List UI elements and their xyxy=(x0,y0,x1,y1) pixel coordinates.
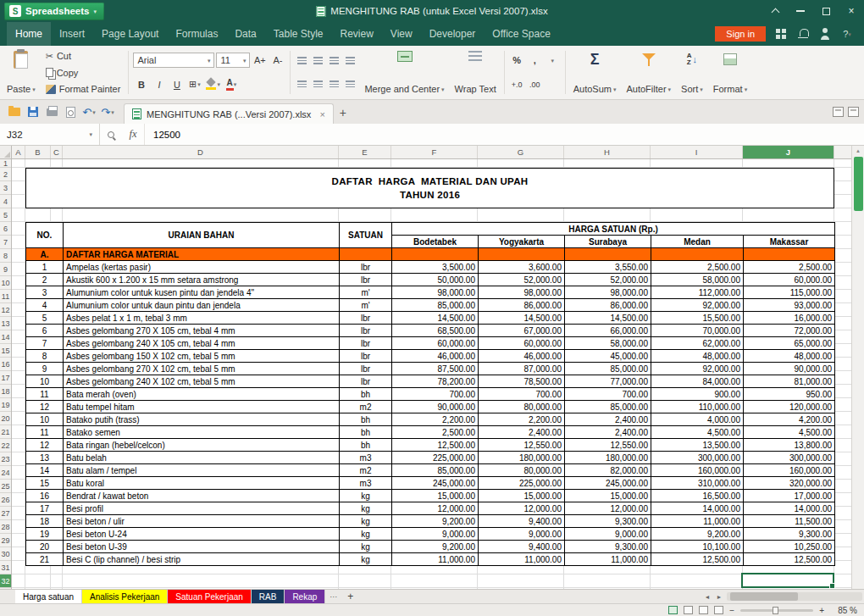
cell-price-medan[interactable]: 310,000.00 xyxy=(651,477,744,490)
indent-button[interactable] xyxy=(343,79,357,91)
cell-satuan[interactable]: lbr xyxy=(340,325,392,337)
menu-tab-home[interactable]: Home xyxy=(7,22,51,46)
sign-in-button[interactable]: Sign in xyxy=(715,26,766,42)
decrease-decimal-button[interactable]: .00 xyxy=(527,77,543,92)
font-name-select[interactable]: Arial▾ xyxy=(133,53,214,68)
row-header-26[interactable]: 26 xyxy=(0,493,11,507)
row-header-7[interactable]: 7 xyxy=(0,236,11,249)
wrap-text-button[interactable]: Wrap Text xyxy=(451,48,500,97)
header-no[interactable]: NO. xyxy=(26,223,64,248)
cell-uraian[interactable]: Asbes gelombang 240 X 105 cm, tebal 4 mm xyxy=(64,337,340,350)
new-document-tab-button[interactable]: + xyxy=(334,103,352,122)
row-header-9[interactable]: 9 xyxy=(0,263,11,276)
cell-price-bodetabek[interactable]: 225,000.00 xyxy=(392,452,479,464)
cell-price-surabaya[interactable]: 180,000.00 xyxy=(565,452,651,464)
row-header-13[interactable]: 13 xyxy=(0,317,11,330)
cell-no[interactable]: 12 xyxy=(26,439,64,452)
cell-price-surabaya[interactable]: 86,000.00 xyxy=(565,299,651,312)
cell-price-yogyakarta[interactable]: 700.00 xyxy=(479,388,565,401)
cell-uraian[interactable]: Asbes gelombang 270 X 105 cm, tebal 4 mm xyxy=(64,325,340,337)
cell-price-surabaya[interactable]: 12,550.00 xyxy=(565,439,651,452)
cell-satuan[interactable]: lbr xyxy=(340,274,392,286)
cell-no[interactable]: 15 xyxy=(26,477,64,490)
cell-no[interactable]: 10 xyxy=(26,413,64,426)
cell-price-makassar[interactable]: 11,500.00 xyxy=(744,515,835,528)
cell-price-bodetabek[interactable]: 85,000.00 xyxy=(392,299,479,312)
cell-price-surabaya[interactable]: 98,000.00 xyxy=(565,286,651,299)
cell-no[interactable]: 8 xyxy=(26,350,64,363)
cell-satuan[interactable]: kg xyxy=(340,541,392,553)
row-header-25[interactable]: 25 xyxy=(0,480,11,493)
autofilter-button[interactable]: AutoFilter▾ xyxy=(623,48,674,97)
column-header-e[interactable]: E xyxy=(339,146,391,158)
borders-button[interactable]: ⊞▾ xyxy=(186,77,202,92)
cell-no[interactable]: 16 xyxy=(26,490,64,502)
cell-uraian[interactable]: Ampelas (kertas pasir) xyxy=(64,261,340,274)
close-button[interactable]: × xyxy=(839,0,864,22)
cell-no[interactable]: 1 xyxy=(26,261,64,274)
cell-price-medan[interactable]: 84,000.00 xyxy=(651,375,744,388)
cell-price-surabaya[interactable]: 9,000.00 xyxy=(565,528,651,541)
cell-price-yogyakarta[interactable]: 12,550.00 xyxy=(479,439,565,452)
cell-price-yogyakarta[interactable]: 80,000.00 xyxy=(479,464,565,477)
row-header-8[interactable]: 8 xyxy=(0,249,11,263)
save-button[interactable] xyxy=(24,103,42,121)
column-header-d[interactable]: D xyxy=(63,146,339,158)
cell-satuan[interactable]: kg xyxy=(340,515,392,528)
cell-price-bodetabek[interactable]: 50,000.00 xyxy=(392,274,479,286)
cell-price-bodetabek[interactable]: 2,200.00 xyxy=(392,413,479,426)
user-account-icon[interactable] xyxy=(818,27,832,41)
cell-no[interactable]: 17 xyxy=(26,502,64,515)
row-header-19[interactable]: 19 xyxy=(0,398,11,412)
section-no[interactable]: A. xyxy=(26,248,64,261)
cell-satuan[interactable]: lbr xyxy=(340,261,392,274)
cell-price-yogyakarta[interactable]: 87,000.00 xyxy=(479,363,565,375)
cell-price-surabaya[interactable]: 2,400.00 xyxy=(565,413,651,426)
app-menu-button[interactable]: S Spreadsheets ▾ xyxy=(4,3,104,20)
cells-area[interactable]: DAFTAR HARGA MATERIAL DAN UPAH TAHUN 201… xyxy=(12,159,851,589)
cell-price-surabaya[interactable]: 15,000.00 xyxy=(565,490,651,502)
increase-font-button[interactable]: A+ xyxy=(252,53,268,68)
row-header-24[interactable]: 24 xyxy=(0,466,11,480)
cell-price-medan[interactable]: 58,000.00 xyxy=(651,274,744,286)
cell-price-surabaya[interactable]: 85,000.00 xyxy=(565,401,651,413)
cell-uraian[interactable]: Batu belah xyxy=(64,452,340,464)
cell-no[interactable]: 19 xyxy=(26,528,64,541)
cell-price-yogyakarta[interactable]: 12,000.00 xyxy=(479,502,565,515)
vertical-scrollbar[interactable]: ▲ xyxy=(851,146,864,589)
align-middle-button[interactable] xyxy=(311,54,325,66)
format-button[interactable]: Format▾ xyxy=(710,48,750,97)
align-top-button[interactable] xyxy=(295,54,309,66)
sheet-tab-rekap[interactable]: Rekap xyxy=(285,590,325,603)
decrease-font-button[interactable]: A- xyxy=(269,53,285,68)
formula-input[interactable]: 12500 xyxy=(144,124,864,145)
cell-satuan[interactable]: m' xyxy=(340,286,392,299)
cell-satuan[interactable]: m3 xyxy=(340,452,392,464)
cell-price-medan[interactable]: 10,100.00 xyxy=(651,541,744,553)
row-header-16[interactable]: 16 xyxy=(0,358,11,371)
cell-empty[interactable] xyxy=(565,248,651,261)
cell-price-makassar[interactable]: 65,000.00 xyxy=(744,337,835,350)
comma-style-button[interactable]: , xyxy=(527,53,543,68)
row-header-28[interactable]: 28 xyxy=(0,520,11,534)
undo-button[interactable]: ↶▾ xyxy=(80,103,98,121)
font-color-button[interactable]: A▾ xyxy=(224,77,240,92)
close-tab-icon[interactable]: × xyxy=(316,109,324,119)
cell-price-medan[interactable]: 15,500.00 xyxy=(651,312,744,325)
cell-price-yogyakarta[interactable]: 225,000.00 xyxy=(479,477,565,490)
row-header-29[interactable]: 29 xyxy=(0,534,11,547)
cell-price-bodetabek[interactable]: 3,500.00 xyxy=(392,261,479,274)
cell-price-bodetabek[interactable]: 12,500.00 xyxy=(392,439,479,452)
cell-price-yogyakarta[interactable]: 67,000.00 xyxy=(479,325,565,337)
cell-price-surabaya[interactable]: 2,400.00 xyxy=(565,426,651,439)
menu-tab-office-space[interactable]: Office Space xyxy=(484,22,558,46)
cell-uraian[interactable]: Batako putih (trass) xyxy=(64,413,340,426)
cell-price-bodetabek[interactable]: 2,500.00 xyxy=(392,426,479,439)
cell-price-makassar[interactable]: 93,000.00 xyxy=(744,299,835,312)
cell-price-makassar[interactable]: 9,300.00 xyxy=(744,528,835,541)
row-header-31[interactable]: 31 xyxy=(0,561,11,574)
sheet-tab-harga-satuan[interactable]: Harga satuan xyxy=(15,590,82,603)
cell-no[interactable]: 14 xyxy=(26,464,64,477)
cell-satuan[interactable]: kg xyxy=(340,490,392,502)
number-format-button[interactable]: ▾ xyxy=(545,53,561,68)
